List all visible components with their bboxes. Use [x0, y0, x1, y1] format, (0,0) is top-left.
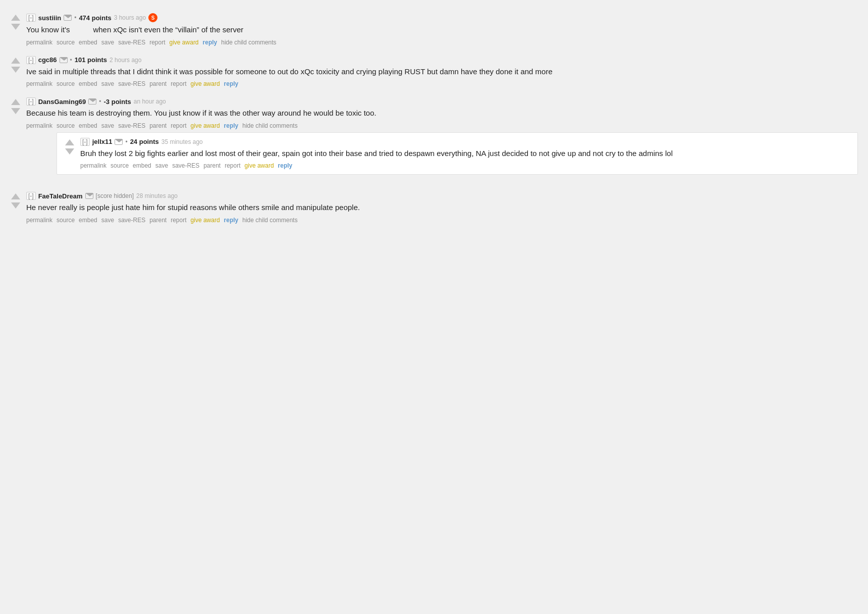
action-report-dansgaming69[interactable]: report	[171, 122, 189, 129]
comment-text-before: You know it's	[26, 25, 70, 34]
vote-col-sustiiin	[10, 13, 21, 31]
action-giveaward-dansgaming69[interactable]: give award	[191, 122, 223, 129]
points-cgc86: 101 points	[75, 56, 107, 64]
action-permalink-cgc86[interactable]: permalink	[26, 80, 56, 87]
action-save-jellx11[interactable]: save	[155, 162, 171, 169]
action-embed-cgc86[interactable]: embed	[79, 80, 100, 87]
vote-col-jellx11	[64, 138, 75, 156]
upvote-button-cgc86[interactable]	[11, 58, 20, 64]
action-embed-jellx11[interactable]: embed	[133, 162, 154, 169]
comment-thread: [-] sustiiin • 474 points 3 hours ago S …	[10, 5, 858, 230]
timestamp-jellx11: 35 minutes ago	[161, 138, 203, 145]
separator-1	[10, 48, 858, 52]
username-jellx11[interactable]: jellx11	[92, 138, 113, 145]
collapse-btn-dansgaming69[interactable]: [-]	[26, 97, 36, 106]
comment-text-jellx11: Bruh they lost 2 big fights earlier and …	[80, 148, 850, 160]
action-hidechildren-dansgaming69[interactable]: hide child comments	[242, 122, 300, 129]
action-parent-jellx11[interactable]: parent	[203, 162, 224, 169]
comment-jellx11: [-] jellx11 • 24 points 35 minutes ago B…	[57, 132, 858, 175]
action-saveres-sustiiin[interactable]: save-RES	[118, 39, 148, 46]
action-giveaward-sustiiin[interactable]: give award	[170, 39, 202, 46]
comment-header-dansgaming69: [-] DansGaming69 • -3 points an hour ago	[26, 97, 858, 106]
action-saveres-dansgaming69[interactable]: save-RES	[118, 122, 148, 129]
action-report-cgc86[interactable]: report	[171, 80, 189, 87]
action-giveaward-jellx11[interactable]: give award	[245, 162, 277, 169]
action-source-faetaledream[interactable]: source	[57, 217, 78, 224]
comment-header-jellx11: [-] jellx11 • 24 points 35 minutes ago	[80, 138, 850, 146]
downvote-button-jellx11[interactable]	[65, 148, 74, 155]
downvote-button-cgc86[interactable]	[11, 67, 20, 73]
comment-actions-cgc86: permalink source embed save save-RES par…	[26, 80, 858, 87]
action-source-sustiiin[interactable]: source	[57, 39, 78, 46]
action-permalink-dansgaming69[interactable]: permalink	[26, 122, 56, 129]
upvote-button-jellx11[interactable]	[65, 139, 74, 145]
comment-text-cgc86: Ive said in multiple threads that I didn…	[26, 66, 858, 78]
collapse-btn-faetaledream[interactable]: [-]	[26, 192, 36, 200]
action-report-sustiiin[interactable]: report	[149, 39, 168, 46]
action-reply-faetaledream[interactable]: reply	[224, 217, 242, 224]
action-permalink-faetaledream[interactable]: permalink	[26, 217, 56, 224]
action-embed-dansgaming69[interactable]: embed	[79, 122, 100, 129]
timestamp-dansgaming69: an hour ago	[134, 98, 166, 105]
action-report-faetaledream[interactable]: report	[171, 217, 189, 224]
action-reply-jellx11[interactable]: reply	[278, 162, 296, 169]
action-source-cgc86[interactable]: source	[57, 80, 78, 87]
action-save-cgc86[interactable]: save	[101, 80, 117, 87]
inbox-icon-faetaledream	[85, 193, 93, 199]
username-dansgaming69[interactable]: DansGaming69	[38, 98, 86, 106]
action-saveres-cgc86[interactable]: save-RES	[118, 80, 148, 87]
comment-body-dansgaming69: [-] DansGaming69 • -3 points an hour ago…	[26, 97, 858, 178]
upvote-button-sustiiin[interactable]	[11, 15, 20, 21]
collapse-btn-sustiiin[interactable]: [-]	[26, 14, 36, 22]
action-saveres-faetaledream[interactable]: save-RES	[118, 217, 148, 224]
action-parent-faetaledream[interactable]: parent	[149, 217, 170, 224]
vote-col-dansgaming69	[10, 97, 21, 116]
action-reply-cgc86[interactable]: reply	[224, 80, 242, 87]
downvote-button-sustiiin[interactable]	[11, 24, 20, 30]
action-parent-cgc86[interactable]: parent	[149, 80, 170, 87]
comment-faetaledream: [-] FaeTaleDream [score hidden] 28 minut…	[10, 188, 858, 226]
action-source-jellx11[interactable]: source	[111, 162, 132, 169]
timestamp-cgc86: 2 hours ago	[110, 57, 141, 64]
comment-header-sustiiin: [-] sustiiin • 474 points 3 hours ago S	[26, 13, 858, 22]
comment-text-sustiiin: You know it's when xQc isn't even the “v…	[26, 24, 858, 36]
action-giveaward-faetaledream[interactable]: give award	[191, 217, 223, 224]
points-jellx11: 24 points	[130, 138, 159, 145]
collapse-btn-cgc86[interactable]: [-]	[26, 56, 36, 64]
action-save-dansgaming69[interactable]: save	[101, 122, 117, 129]
comment-actions-faetaledream: permalink source embed save save-RES par…	[26, 217, 858, 224]
inbox-icon-cgc86	[60, 57, 68, 63]
upvote-button-dansgaming69[interactable]	[11, 99, 20, 105]
comment-actions-sustiiin: permalink source embed save save-RES rep…	[26, 39, 858, 46]
action-parent-dansgaming69[interactable]: parent	[149, 122, 170, 129]
action-hidechildren-faetaledream[interactable]: hide child comments	[242, 217, 300, 224]
comment-dansgaming69: [-] DansGaming69 • -3 points an hour ago…	[10, 93, 858, 180]
separator-4	[10, 184, 858, 188]
action-reply-sustiiin[interactable]: reply	[203, 39, 221, 46]
points-sustiiin: 474 points	[79, 14, 111, 22]
action-giveaward-cgc86[interactable]: give award	[191, 80, 223, 87]
action-permalink-sustiiin[interactable]: permalink	[26, 39, 56, 46]
username-sustiiin[interactable]: sustiiin	[38, 14, 62, 22]
action-permalink-jellx11[interactable]: permalink	[80, 162, 110, 169]
comment-body-cgc86: [-] cgc86 • 101 points 2 hours ago Ive s…	[26, 56, 858, 88]
downvote-button-dansgaming69[interactable]	[11, 108, 20, 114]
action-source-dansgaming69[interactable]: source	[57, 122, 78, 129]
vote-col-faetaledream	[10, 192, 21, 210]
action-reply-dansgaming69[interactable]: reply	[224, 122, 242, 129]
action-hidechildren-sustiiin[interactable]: hide child comments	[221, 39, 279, 46]
action-saveres-jellx11[interactable]: save-RES	[172, 162, 202, 169]
username-cgc86[interactable]: cgc86	[38, 56, 57, 64]
action-save-sustiiin[interactable]: save	[101, 39, 117, 46]
action-embed-sustiiin[interactable]: embed	[79, 39, 100, 46]
collapse-btn-jellx11[interactable]: [-]	[80, 138, 90, 146]
action-save-faetaledream[interactable]: save	[101, 217, 117, 224]
downvote-button-faetaledream[interactable]	[11, 202, 20, 209]
comment-body-sustiiin: [-] sustiiin • 474 points 3 hours ago S …	[26, 13, 858, 46]
username-faetaledream[interactable]: FaeTaleDream	[38, 192, 83, 200]
action-embed-faetaledream[interactable]: embed	[79, 217, 100, 224]
comment-body-jellx11: [-] jellx11 • 24 points 35 minutes ago B…	[80, 138, 850, 170]
upvote-button-faetaledream[interactable]	[11, 193, 20, 199]
comment-sustiiin: [-] sustiiin • 474 points 3 hours ago S …	[10, 9, 858, 48]
action-report-jellx11[interactable]: report	[225, 162, 243, 169]
